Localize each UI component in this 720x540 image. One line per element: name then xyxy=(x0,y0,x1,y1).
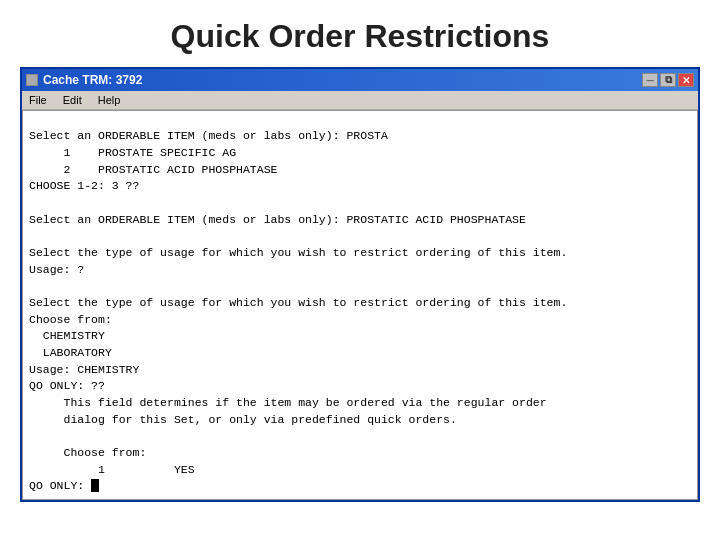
title-bar: Cache TRM: 3792 ─ ⧉ ✕ xyxy=(22,69,698,91)
terminal-cursor xyxy=(91,479,99,492)
menu-file[interactable]: File xyxy=(26,93,50,107)
minimize-button[interactable]: ─ xyxy=(642,73,658,87)
title-bar-left: Cache TRM: 3792 xyxy=(26,73,142,87)
window-wrapper: Cache TRM: 3792 ─ ⧉ ✕ File Edit Help Sel… xyxy=(20,67,700,502)
terminal-output: Select an ORDERABLE ITEM (meds or labs o… xyxy=(22,110,698,500)
page-title: Quick Order Restrictions xyxy=(0,0,720,67)
maximize-button[interactable]: ⧉ xyxy=(660,73,676,87)
menu-bar: File Edit Help xyxy=(22,91,698,110)
close-button[interactable]: ✕ xyxy=(678,73,694,87)
menu-edit[interactable]: Edit xyxy=(60,93,85,107)
window-icon xyxy=(26,74,38,86)
application-window: Cache TRM: 3792 ─ ⧉ ✕ File Edit Help Sel… xyxy=(20,67,700,502)
menu-help[interactable]: Help xyxy=(95,93,124,107)
title-bar-text: Cache TRM: 3792 xyxy=(43,73,142,87)
title-bar-buttons: ─ ⧉ ✕ xyxy=(642,73,694,87)
